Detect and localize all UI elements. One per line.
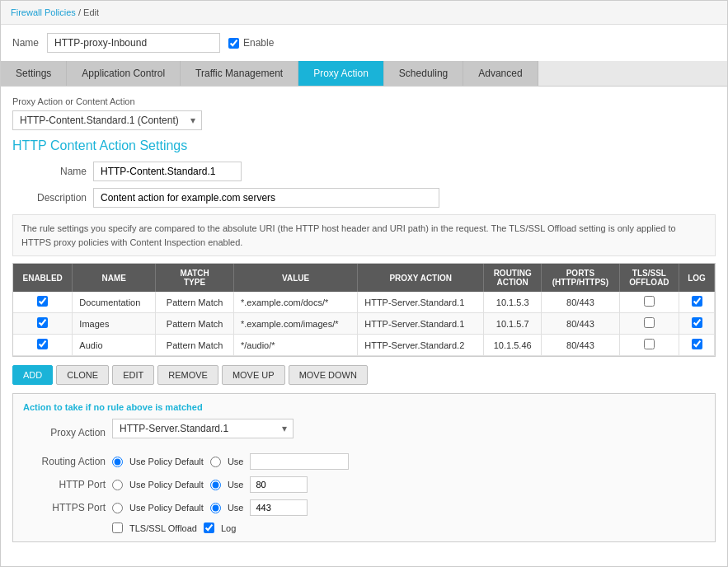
move-up-button[interactable]: MOVE UP (222, 365, 285, 385)
content-description-row: Description (12, 188, 716, 208)
action-routing-row: Routing Action Use Policy Default Use (23, 453, 705, 470)
enable-label: Enable (243, 37, 274, 49)
action-http-port-row: HTTP Port Use Policy Default Use (23, 476, 705, 493)
row2-log[interactable] (692, 317, 702, 328)
routing-use-label: Use (228, 457, 244, 466)
rules-table-container: ENABLED NAME MATCHTYPE VALUE PROXY ACTIO… (12, 263, 716, 357)
routing-use-radio[interactable] (210, 457, 221, 467)
clone-button[interactable]: CLONE (56, 365, 109, 385)
row1-ports: 80/443 (542, 292, 620, 313)
row1-proxy-action: HTTP-Server.Standard.1 (358, 292, 484, 313)
tab-application-control[interactable]: Application Control (67, 61, 181, 86)
edit-button[interactable]: EDIT (112, 365, 154, 385)
row3-routing: 10.1.5.46 (484, 335, 542, 356)
content-description-label: Description (12, 192, 87, 204)
col-match-type: MATCHTYPE (156, 264, 234, 292)
row2-match-type: Pattern Match (156, 313, 234, 335)
main-content: Proxy Action or Content Action HTTP-Cont… (1, 87, 727, 567)
http-policy-default-label: Use Policy Default (129, 480, 204, 490)
http-use-radio[interactable] (210, 480, 221, 490)
name-row: Name Enable (1, 25, 727, 61)
row2-name: Images (73, 313, 156, 335)
https-policy-default-radio[interactable] (112, 503, 123, 513)
tab-traffic-management[interactable]: Traffic Management (181, 61, 298, 86)
content-name-row: Name (12, 162, 716, 181)
action-proxy-select-wrapper[interactable]: HTTP-Server.Standard.1 (112, 419, 294, 438)
routing-use-input[interactable] (250, 453, 349, 470)
col-routing-action: ROUTINGACTION (484, 264, 542, 292)
action-proxy-label: Proxy Action (23, 427, 106, 438)
action-proxy-select[interactable]: HTTP-Server.Standard.1 (112, 419, 294, 438)
add-button[interactable]: ADD (12, 365, 53, 385)
col-name: NAME (73, 264, 156, 292)
action-section: Action to take if no rule above is match… (12, 393, 716, 542)
http-policy-default-radio[interactable] (112, 480, 123, 490)
http-port-input[interactable] (250, 476, 308, 493)
routing-policy-default-radio[interactable] (112, 457, 123, 467)
row3-log[interactable] (692, 339, 702, 349)
breadcrumb-current: Edit (83, 7, 99, 17)
name-label: Name (12, 37, 39, 49)
tls-offload-checkbox[interactable] (112, 522, 123, 533)
row2-offload[interactable] (644, 317, 655, 328)
name-input[interactable] (47, 33, 220, 53)
tab-scheduling[interactable]: Scheduling (384, 61, 463, 86)
http-radio-group: Use Policy Default Use (112, 476, 308, 493)
routing-radio-group: Use Policy Default Use (112, 453, 349, 470)
row3-value: */audio/* (233, 335, 357, 356)
tabs-bar: Settings Application Control Traffic Man… (1, 61, 727, 87)
breadcrumb: Firewall Policies / Edit (1, 1, 727, 25)
tab-proxy-action[interactable]: Proxy Action (298, 61, 384, 86)
log-checkbox[interactable] (204, 522, 214, 533)
move-down-button[interactable]: MOVE DOWN (289, 365, 368, 385)
row3-ports: 80/443 (542, 335, 620, 356)
proxy-action-select[interactable]: HTTP-Content.Standard.1 (Content) (12, 110, 202, 130)
action-routing-label: Routing Action (23, 456, 106, 467)
tab-advanced[interactable]: Advanced (463, 61, 538, 86)
https-use-radio[interactable] (210, 503, 221, 513)
row1-enabled[interactable] (37, 296, 48, 307)
row2-value: *.example.com/images/* (233, 313, 357, 335)
proxy-action-select-wrapper[interactable]: HTTP-Content.Standard.1 (Content) (12, 110, 202, 130)
row2-proxy-action: HTTP-Server.Standard.1 (358, 313, 484, 335)
row3-name: Audio (73, 335, 156, 356)
row3-enabled[interactable] (37, 339, 48, 349)
row1-log[interactable] (692, 296, 702, 307)
action-proxy-row: Proxy Action HTTP-Server.Standard.1 (23, 419, 705, 447)
row2-ports: 80/443 (542, 313, 620, 335)
log-label: Log (221, 523, 236, 533)
row1-routing: 10.1.5.3 (484, 292, 542, 313)
remove-button[interactable]: REMOVE (157, 365, 218, 385)
action-buttons: ADD CLONE EDIT REMOVE MOVE UP MOVE DOWN (12, 365, 716, 385)
col-tls-offload: TLS/SSLOFFLOAD (619, 264, 679, 292)
row3-offload[interactable] (644, 339, 655, 349)
row1-match-type: Pattern Match (156, 292, 234, 313)
enable-checkbox[interactable] (228, 38, 239, 49)
rules-table: ENABLED NAME MATCHTYPE VALUE PROXY ACTIO… (13, 264, 715, 356)
https-port-input[interactable] (250, 499, 308, 516)
tls-log-row: TLS/SSL Offload Log (23, 522, 705, 533)
content-name-label: Name (12, 166, 87, 177)
content-name-input[interactable] (93, 162, 242, 181)
row2-enabled[interactable] (37, 317, 48, 328)
row3-proxy-action: HTTP-Server.Standard.2 (358, 335, 484, 356)
proxy-action-dropdown-label: Proxy Action or Content Action (12, 96, 716, 106)
col-ports: PORTS(HTTP/HTTPS) (542, 264, 620, 292)
action-section-label: Action to take if no rule above is match… (23, 402, 705, 412)
row1-value: *.example.com/docs/* (233, 292, 357, 313)
content-description-input[interactable] (93, 188, 439, 208)
col-value: VALUE (233, 264, 357, 292)
table-row: Documentation Pattern Match *.example.co… (13, 292, 715, 313)
action-https-port-row: HTTPS Port Use Policy Default Use (23, 499, 705, 516)
breadcrumb-parent[interactable]: Firewall Policies (11, 7, 76, 17)
http-use-label: Use (228, 480, 244, 490)
tab-settings[interactable]: Settings (1, 61, 67, 86)
info-text: The rule settings you specify are compar… (12, 214, 716, 256)
row1-offload[interactable] (644, 296, 655, 307)
https-radio-group: Use Policy Default Use (112, 499, 308, 516)
breadcrumb-separator: / (78, 7, 81, 17)
col-proxy-action: PROXY ACTION (358, 264, 484, 292)
section-title: HTTP Content Action Settings (12, 138, 716, 153)
tls-offload-label: TLS/SSL Offload (129, 523, 197, 533)
action-http-label: HTTP Port (23, 479, 106, 490)
